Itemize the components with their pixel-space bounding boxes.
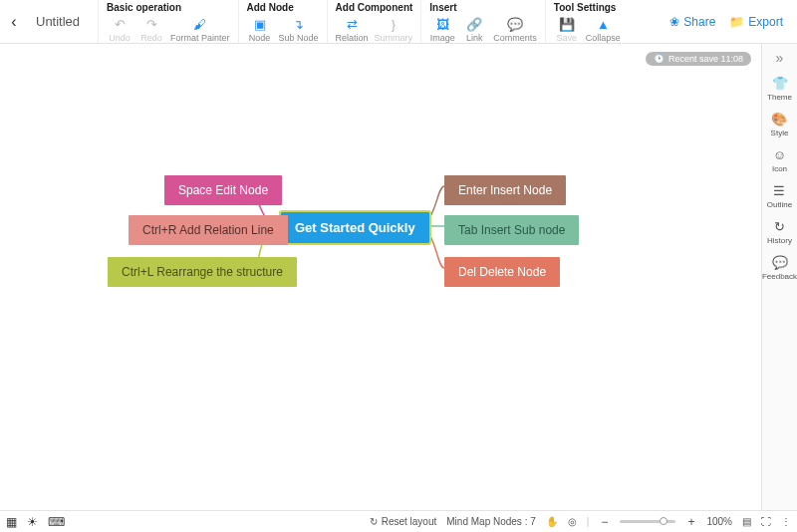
relation-icon: ⇄ [344,16,360,32]
undo-label: Undo [109,33,131,43]
share-icon: ❀ [669,15,679,29]
left-node-1[interactable]: Ctrl+R Add Relation Line [129,215,288,245]
insert-link-label: Link [466,33,483,43]
node-count-value: 7 [530,516,536,527]
more-icon[interactable]: ⋮ [781,516,791,527]
main-area: 🕑Recent save 11:08 Get Started Quickly S… [0,44,797,510]
theme-icon: 👕 [772,76,788,91]
fit-icon[interactable]: ▤ [742,516,751,527]
reset-layout-button[interactable]: ↻Reset layout [370,516,437,527]
sidebar-style-label: Style [771,129,789,137]
sidebar-history[interactable]: ↻History [767,219,792,245]
sidebar-theme[interactable]: 👕Theme [767,76,792,102]
top-toolbar: ‹ Untitled Basic operation ↶Undo ↷Redo 🖌… [0,0,797,44]
group-add-component: Add Component ⇄Relation }Summary [327,0,421,43]
export-button[interactable]: 📁Export [729,15,783,29]
right-node-1[interactable]: Tab Insert Sub node [444,215,579,245]
fullscreen-icon[interactable]: ⛶ [761,516,771,527]
image-icon: 🖼 [434,16,450,32]
sidebar-feedback-label: Feedback [762,272,797,281]
sidebar-style[interactable]: 🎨Style [771,112,789,137]
zoom-in-button[interactable]: + [685,515,696,529]
save-button: 💾Save [554,16,580,43]
sidebar-collapse-button[interactable]: » [776,50,784,66]
reset-icon: ↻ [370,516,378,527]
zoom-knob[interactable] [660,517,667,525]
insert-comments-label: Comments [493,33,537,43]
share-label: Share [683,15,715,29]
summary-icon: } [386,16,401,32]
right-sidebar: » 👕Theme 🎨Style ☺Icon ☰Outline ↻History … [761,44,797,510]
save-label: Save [557,33,578,43]
target-tool[interactable]: ◎ [568,516,577,527]
group-insert-label: Insert [429,2,537,14]
redo-button: ↷Redo [138,16,164,43]
outline-icon: ☰ [773,183,785,198]
sidebar-icon-label: Icon [772,164,787,173]
group-basic: Basic operation ↶Undo ↷Redo 🖌Format Pain… [98,0,238,43]
reset-label: Reset layout [382,516,437,527]
clock-icon: 🕑 [654,54,664,64]
node-icon: ▣ [252,16,268,32]
icon-icon: ☺ [773,147,786,162]
insert-link-button[interactable]: 🔗Link [461,16,487,43]
keyboard-icon[interactable]: ⌨ [48,515,65,529]
comments-icon: 💬 [507,16,523,32]
sun-icon[interactable]: ☀ [27,515,38,529]
history-icon: ↻ [774,219,785,234]
add-subnode-button[interactable]: ↴Sub Node [279,16,319,43]
export-icon: 📁 [729,15,744,29]
group-basic-label: Basic operation [107,2,230,14]
format-painter-button[interactable]: 🖌Format Painter [170,16,230,43]
relation-label: Relation [336,33,369,43]
sidebar-history-label: History [767,236,792,245]
subnode-icon: ↴ [291,16,307,32]
doc-title[interactable]: Untitled [28,0,98,43]
node-count: Mind Map Nodes : 7 [446,516,536,527]
redo-label: Redo [140,33,162,43]
group-tool-settings-label: Tool Settings [554,2,621,14]
layers-icon[interactable]: ▦ [6,515,17,529]
sidebar-outline[interactable]: ☰Outline [767,183,792,209]
group-insert: Insert 🖼Image 🔗Link 💬Comments [420,0,545,43]
undo-icon: ↶ [112,16,128,32]
link-icon: 🔗 [466,16,482,32]
summary-button: }Summary [375,16,413,43]
group-add-node-label: Add Node [247,2,319,14]
save-badge-text: Recent save 11:08 [668,54,743,64]
hand-tool[interactable]: ✋ [546,516,558,527]
summary-label: Summary [375,33,413,43]
collapse-icon: ▲ [595,16,611,32]
sidebar-icon[interactable]: ☺Icon [772,147,787,173]
insert-image-button[interactable]: 🖼Image [429,16,455,43]
zoom-slider[interactable] [620,520,675,523]
collapse-label: Collapse [586,33,621,43]
center-node[interactable]: Get Started Quickly [281,212,429,243]
group-tool-settings: Tool Settings 💾Save ▲Collapse [545,0,629,43]
left-node-0[interactable]: Space Edit Node [164,175,282,205]
zoom-value: 100% [706,516,732,527]
share-button[interactable]: ❀Share [669,15,715,29]
feedback-icon: 💬 [772,255,788,270]
insert-comments-button[interactable]: 💬Comments [493,16,537,43]
collapse-button[interactable]: ▲Collapse [586,16,621,43]
format-painter-label: Format Painter [170,33,230,43]
back-button[interactable]: ‹ [0,0,28,43]
sidebar-theme-label: Theme [767,93,792,102]
right-node-0[interactable]: Enter Insert Node [444,175,566,205]
sidebar-feedback[interactable]: 💬Feedback [762,255,797,281]
save-badge: 🕑Recent save 11:08 [646,52,751,66]
canvas[interactable]: 🕑Recent save 11:08 Get Started Quickly S… [0,44,761,510]
add-node-button[interactable]: ▣Node [247,16,273,43]
left-node-2[interactable]: Ctrl+L Rearrange the structure [108,257,297,287]
group-add-node: Add Node ▣Node ↴Sub Node [238,0,327,43]
zoom-out-button[interactable]: − [599,515,610,529]
redo-icon: ↷ [143,16,159,32]
undo-button: ↶Undo [107,16,133,43]
style-icon: 🎨 [771,112,787,127]
right-node-2[interactable]: Del Delete Node [444,257,560,287]
insert-image-label: Image [430,33,455,43]
node-count-label: Mind Map Nodes : [446,516,527,527]
relation-button[interactable]: ⇄Relation [336,16,369,43]
export-label: Export [748,15,783,29]
